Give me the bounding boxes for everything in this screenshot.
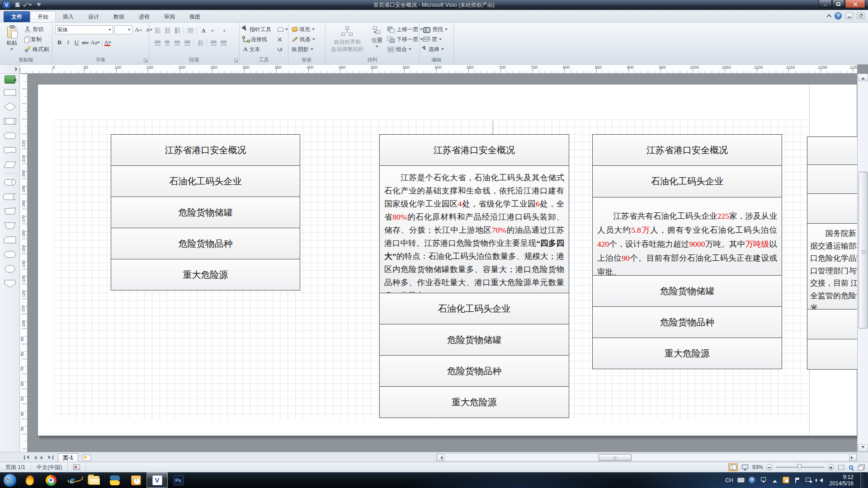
tab-data[interactable]: 数据 bbox=[106, 11, 132, 22]
scroll-left-button[interactable] bbox=[437, 454, 444, 461]
send-backward-button[interactable]: 下移一层 bbox=[386, 34, 425, 44]
fullscreen-view-button[interactable] bbox=[741, 463, 749, 471]
insert-page-button[interactable] bbox=[83, 455, 91, 461]
show-hidden-icons-button[interactable] bbox=[771, 477, 778, 484]
connector-button[interactable]: 连接线 bbox=[241, 34, 273, 44]
tab-view[interactable]: 视图 bbox=[182, 11, 208, 22]
drawing-canvas[interactable]: 江苏省港口安全概况 石油化工码头企业 危险货物储罐 危险货物品种 重大危险源 江… bbox=[28, 74, 857, 452]
doc-restore-button[interactable] bbox=[857, 13, 864, 19]
taskbar-internet-explorer[interactable]: e bbox=[61, 472, 83, 488]
zoom-slider-thumb[interactable] bbox=[797, 464, 802, 470]
increase-indent-button[interactable] bbox=[219, 39, 228, 47]
shape-box-paragraph[interactable]: 国务院新《 据交通运输部和 口危险化学品安 口管理部门与安 交接，目前 江苏 全… bbox=[807, 223, 857, 310]
tab-home[interactable]: 开始 bbox=[30, 11, 56, 22]
wrap-left-button[interactable] bbox=[209, 26, 218, 35]
fit-page-button[interactable] bbox=[837, 463, 845, 471]
first-page-button[interactable] bbox=[23, 454, 30, 461]
tab-design[interactable]: 设计 bbox=[81, 11, 106, 22]
status-language[interactable]: 中文(中国) bbox=[31, 462, 68, 472]
minimize-ribbon-icon[interactable] bbox=[826, 14, 831, 19]
shape-box[interactable]: 江苏省港口安全概况 bbox=[592, 134, 782, 166]
align-right-button[interactable] bbox=[173, 39, 182, 47]
horizontal-scroll-thumb[interactable] bbox=[599, 454, 632, 461]
shape-box[interactable]: 重大危险源 bbox=[111, 259, 300, 291]
start-button[interactable] bbox=[1, 473, 19, 488]
pointer-tool-button[interactable]: 指针工具 bbox=[241, 24, 273, 34]
minimize-button[interactable] bbox=[819, 0, 832, 8]
connection-point-button[interactable] bbox=[276, 34, 290, 44]
next-page-button[interactable] bbox=[39, 454, 46, 461]
font-color-button[interactable]: A bbox=[103, 38, 112, 47]
scroll-right-button[interactable] bbox=[849, 454, 857, 461]
tray-help-button[interactable]: ? bbox=[749, 477, 756, 484]
shape-box[interactable]: 危险货物品种 bbox=[592, 306, 782, 338]
shape-box[interactable]: 江苏省港口安全概况 bbox=[379, 134, 569, 166]
shape-box[interactable]: 石油化工码头企业 bbox=[379, 293, 569, 324]
grow-font-button[interactable]: A bbox=[134, 25, 143, 34]
decrease-indent-button[interactable] bbox=[209, 39, 218, 47]
normal-view-button[interactable] bbox=[728, 463, 738, 471]
shape-box[interactable]: 重大危险源 bbox=[379, 386, 569, 418]
strikethrough-button[interactable]: abc bbox=[81, 38, 90, 47]
tab-process[interactable]: 进程 bbox=[132, 11, 157, 22]
text-direction-button-1[interactable] bbox=[153, 26, 162, 35]
master-direct-data[interactable] bbox=[1, 175, 19, 189]
show-desktop-button[interactable] bbox=[860, 472, 866, 488]
shape-box[interactable]: 危险货物储罐 bbox=[379, 324, 569, 356]
auto-align-button[interactable]: 自动对齐和 自动调整间距 bbox=[326, 23, 368, 53]
line-spacing-button[interactable] bbox=[196, 39, 205, 47]
close-button[interactable] bbox=[845, 0, 865, 8]
status-page-indicator[interactable]: 页面 1/1 bbox=[0, 462, 31, 472]
taskbar-visio-active[interactable]: V bbox=[146, 472, 168, 488]
master-hexagon[interactable] bbox=[1, 248, 19, 261]
master-stored-data[interactable] bbox=[1, 190, 19, 203]
shape-box[interactable] bbox=[807, 339, 857, 370]
action-center-button[interactable] bbox=[794, 477, 801, 484]
prev-page-button[interactable] bbox=[31, 454, 38, 461]
zoom-in-button[interactable] bbox=[828, 464, 834, 470]
open-stencil-button[interactable] bbox=[5, 75, 15, 84]
tray-language-indicator[interactable]: CH bbox=[725, 477, 733, 483]
master-ellipse[interactable] bbox=[1, 262, 19, 276]
vertical-scroll-thumb[interactable] bbox=[859, 172, 868, 328]
position-button[interactable]: 位置 bbox=[369, 23, 385, 47]
shape-box[interactable]: 重大危险源 bbox=[592, 338, 782, 369]
select-button[interactable]: 选择 bbox=[421, 44, 449, 54]
taskbar-photoshop[interactable]: Ps bbox=[168, 472, 189, 488]
layers-button[interactable]: 层 bbox=[421, 34, 449, 44]
italic-button[interactable]: I bbox=[64, 38, 72, 47]
format-painter-button[interactable]: 格式刷 bbox=[23, 44, 51, 54]
font-size-select[interactable] bbox=[114, 25, 132, 34]
paste-button[interactable]: 粘贴 bbox=[2, 23, 22, 50]
shape-box[interactable]: 危险货物储罐 bbox=[111, 197, 300, 228]
align-center-button[interactable] bbox=[163, 39, 172, 47]
tab-review[interactable]: 审阅 bbox=[157, 11, 182, 22]
master-merge[interactable] bbox=[1, 277, 19, 290]
tray-window-button[interactable] bbox=[760, 477, 767, 484]
master-terminator[interactable] bbox=[1, 129, 19, 142]
help-icon[interactable]: ? bbox=[835, 12, 842, 19]
character-spacing-button[interactable]: A bbox=[199, 26, 208, 35]
shadow-button[interactable]: 阴影 bbox=[290, 44, 317, 54]
shape-box[interactable]: 石油化工码头企业 bbox=[111, 165, 300, 197]
taskbar-chrome[interactable] bbox=[40, 472, 61, 488]
rectangle-tool-button[interactable] bbox=[276, 24, 290, 34]
master-predefined-process[interactable] bbox=[1, 114, 19, 128]
shape-box[interactable] bbox=[807, 136, 857, 165]
text-direction-button-2[interactable] bbox=[163, 26, 172, 35]
bring-forward-button[interactable]: 上移一层 bbox=[386, 24, 425, 34]
network-button[interactable] bbox=[805, 477, 812, 484]
horizontal-ruler[interactable]: 0501001502002503003504004505005506006507… bbox=[20, 65, 857, 74]
master-manual-operation[interactable] bbox=[1, 204, 19, 218]
shape-box-paragraph[interactable]: 江苏省共有石油化工码头企业225家，涉及从业人员大约5.8万人，拥有专业化石油化… bbox=[592, 197, 782, 276]
find-button[interactable]: 查找 bbox=[421, 24, 449, 34]
cut-button[interactable]: 剪切 bbox=[23, 24, 51, 34]
vertical-ruler[interactable]: 2202102001901801701601501401301201101009… bbox=[20, 74, 28, 452]
volume-button[interactable] bbox=[816, 477, 824, 484]
justify-button[interactable] bbox=[183, 39, 192, 47]
doc-minimize-button[interactable] bbox=[845, 13, 853, 19]
font-name-select[interactable]: 宋体 bbox=[55, 25, 113, 34]
zoom-selection-button[interactable] bbox=[848, 463, 854, 471]
horizontal-scrollbar[interactable] bbox=[436, 453, 857, 461]
shape-box[interactable] bbox=[807, 164, 857, 194]
